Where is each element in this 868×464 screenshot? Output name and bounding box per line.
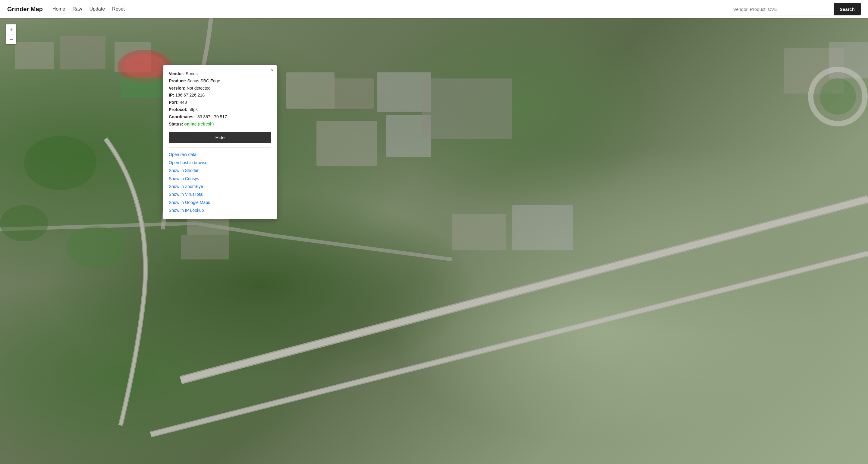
protocol-label: Protocol:: [169, 107, 187, 112]
search-area: Search: [729, 3, 861, 16]
port-label: Port:: [169, 100, 179, 105]
svg-point-13: [66, 226, 127, 268]
nav-links: Home Raw Update Reset: [53, 6, 729, 12]
vendor-value: Sonus: [186, 71, 198, 76]
popup-vendor-row: Vendor: Sonus: [169, 70, 271, 78]
svg-rect-19: [452, 214, 506, 251]
link-zoomeye[interactable]: Show in ZoomEye: [169, 183, 271, 190]
svg-rect-10: [121, 77, 169, 98]
nav-home[interactable]: Home: [53, 6, 65, 12]
svg-point-12: [0, 205, 48, 241]
nav-update[interactable]: Update: [90, 6, 105, 12]
navbar: Grinder Map Home Raw Update Reset Search: [0, 0, 868, 18]
svg-rect-20: [513, 205, 572, 251]
status-value: online: [184, 122, 196, 126]
protocol-value: https: [188, 107, 197, 112]
status-label: Status:: [169, 122, 183, 126]
svg-point-9: [124, 54, 166, 79]
map-container[interactable]: + − × Vendor: Sonus Product: Sonus SBC E…: [0, 18, 868, 464]
svg-rect-0: [286, 72, 335, 109]
popup-ip-row: IP: 186.67.226.218: [169, 92, 271, 99]
product-label: Product:: [169, 79, 186, 83]
info-popup: × Vendor: Sonus Product: Sonus SBC Edge …: [163, 65, 277, 219]
link-shodan[interactable]: Show in Shodan: [169, 167, 271, 174]
svg-rect-5: [15, 42, 54, 69]
ip-label: IP:: [169, 93, 174, 97]
link-censys[interactable]: Show in Censys: [169, 175, 271, 182]
version-value: Not detected: [187, 86, 210, 90]
link-virustotal[interactable]: Show in VirusTotal: [169, 191, 271, 198]
vendor-label: Vendor:: [169, 71, 184, 76]
map-overlay: [0, 18, 868, 464]
popup-links: Open raw data Open host in browser Show …: [169, 151, 271, 213]
zoom-in-button[interactable]: +: [6, 24, 16, 34]
popup-protocol-row: Protocol: https: [169, 106, 271, 113]
nav-raw[interactable]: Raw: [72, 6, 82, 12]
port-value: 443: [180, 100, 187, 105]
map-controls: + −: [6, 24, 16, 45]
popup-status-row: Status: online (refresh): [169, 121, 271, 128]
svg-point-11: [24, 136, 96, 190]
svg-rect-22: [181, 235, 229, 259]
svg-rect-1: [332, 79, 374, 109]
search-input[interactable]: [729, 3, 831, 16]
popup-close-button[interactable]: ×: [271, 68, 274, 73]
coordinates-value: -33.367, -70.517: [196, 114, 227, 119]
popup-coordinates-row: Coordinates: -33.367, -70.517: [169, 113, 271, 121]
product-value: Sonus SBC Edge: [187, 79, 220, 83]
refresh-link[interactable]: (refresh): [198, 122, 214, 126]
link-open-raw[interactable]: Open raw data: [169, 151, 271, 158]
zoom-out-button[interactable]: −: [6, 34, 16, 44]
svg-point-18: [820, 79, 856, 115]
svg-rect-14: [422, 79, 513, 139]
svg-rect-3: [316, 121, 377, 166]
nav-reset[interactable]: Reset: [112, 6, 125, 12]
popup-port-row: Port: 443: [169, 99, 271, 106]
popup-version-row: Version: Not detected: [169, 85, 271, 92]
hide-button[interactable]: Hide: [169, 132, 271, 143]
link-ip-lookup[interactable]: Show in IP Lookup: [169, 207, 271, 213]
search-button[interactable]: Search: [834, 3, 861, 16]
popup-product-row: Product: Sonus SBC Edge: [169, 78, 271, 85]
link-open-browser[interactable]: Open host in browser: [169, 159, 271, 166]
popup-info: Vendor: Sonus Product: Sonus SBC Edge Ve…: [169, 70, 271, 127]
app-brand: Grinder Map: [7, 6, 43, 13]
ip-value: 186.67.226.218: [176, 93, 205, 97]
svg-rect-6: [60, 36, 105, 69]
coordinates-label: Coordinates:: [169, 114, 195, 119]
link-google-maps[interactable]: Show in Google Maps: [169, 199, 271, 206]
version-label: Version:: [169, 86, 185, 90]
